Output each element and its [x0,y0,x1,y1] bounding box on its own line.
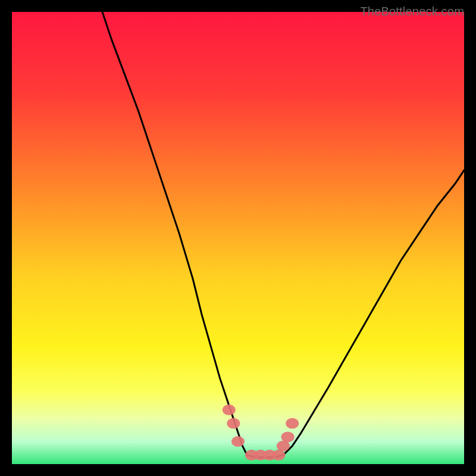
marker-point [231,436,245,447]
marker-point [223,405,236,415]
marker-point [286,418,299,429]
plot-svg [12,12,464,464]
marker-point [227,418,240,429]
marker-point [281,431,295,442]
gradient-background [12,12,464,464]
plot-frame [12,12,464,464]
